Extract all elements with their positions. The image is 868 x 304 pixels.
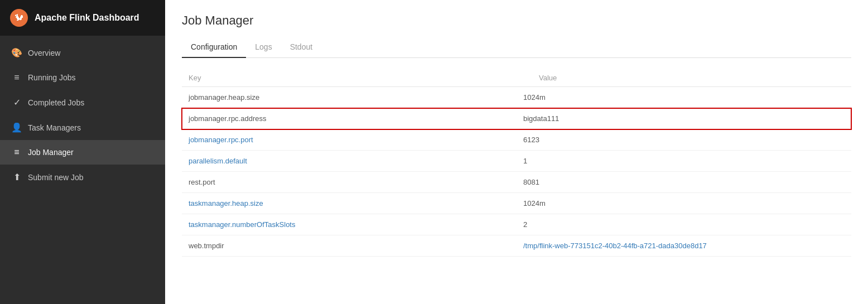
config-value: 1 xyxy=(517,151,851,172)
flink-logo: 🐿 xyxy=(9,8,29,28)
job-manager-icon: ≡ xyxy=(11,147,22,157)
sidebar-item-completed-jobs[interactable]: ✓Completed Jobs xyxy=(0,90,165,115)
config-key: taskmanager.numberOfTaskSlots xyxy=(182,214,517,235)
sidebar-item-label-running-jobs: Running Jobs xyxy=(28,73,76,82)
sidebar-item-overview[interactable]: 🎨Overview xyxy=(0,40,165,65)
sidebar-item-label-completed-jobs: Completed Jobs xyxy=(28,98,84,107)
table-row: taskmanager.heap.size1024m xyxy=(182,193,851,214)
col-value-header: Value xyxy=(517,69,851,87)
tab-configuration[interactable]: Configuration xyxy=(182,37,246,58)
app-title: Apache Flink Dashboard xyxy=(35,13,139,23)
sidebar-item-submit-job[interactable]: ⬆Submit new Job xyxy=(0,165,165,190)
table-row: jobmanager.rpc.port6123 xyxy=(182,129,851,151)
sidebar-item-label-overview: Overview xyxy=(28,49,60,57)
config-value: 1024m xyxy=(517,193,851,214)
tabs: ConfigurationLogsStdout xyxy=(182,37,851,58)
config-table: Key Value jobmanager.heap.size1024mjobma… xyxy=(182,69,851,257)
col-key-header: Key xyxy=(182,69,517,87)
table-row: web.tmpdir/tmp/flink-web-773151c2-40b2-4… xyxy=(182,235,851,257)
tab-logs[interactable]: Logs xyxy=(246,37,281,58)
table-row: rest.port8081 xyxy=(182,172,851,193)
svg-text:🐿: 🐿 xyxy=(15,13,23,22)
main-content: Job Manager ConfigurationLogsStdout Key … xyxy=(165,0,868,304)
config-key: web.tmpdir xyxy=(182,235,517,257)
sidebar-item-label-task-managers: Task Managers xyxy=(28,123,81,132)
task-managers-icon: 👤 xyxy=(11,122,22,133)
config-value: 6123 xyxy=(517,129,851,151)
config-key: jobmanager.rpc.address xyxy=(182,108,517,129)
tab-stdout[interactable]: Stdout xyxy=(281,37,321,58)
sidebar-item-task-managers[interactable]: 👤Task Managers xyxy=(0,115,165,140)
running-jobs-icon: ≡ xyxy=(11,73,22,83)
config-value: 8081 xyxy=(517,172,851,193)
table-row: jobmanager.rpc.addressbigdata111 xyxy=(182,108,851,129)
table-row: taskmanager.numberOfTaskSlots2 xyxy=(182,214,851,235)
sidebar-header: 🐿 Apache Flink Dashboard xyxy=(0,0,165,36)
completed-jobs-icon: ✓ xyxy=(11,97,22,108)
table-row: parallelism.default1 xyxy=(182,151,851,172)
overview-icon: 🎨 xyxy=(11,47,22,58)
config-value: 2 xyxy=(517,214,851,235)
config-key: rest.port xyxy=(182,172,517,193)
config-key: jobmanager.heap.size xyxy=(182,87,517,108)
submit-job-icon: ⬆ xyxy=(11,172,22,182)
sidebar-item-job-manager[interactable]: ≡Job Manager xyxy=(0,140,165,165)
config-key: parallelism.default xyxy=(182,151,517,172)
page-title: Job Manager xyxy=(182,13,851,28)
config-key: taskmanager.heap.size xyxy=(182,193,517,214)
sidebar-nav: 🎨Overview≡Running Jobs✓Completed Jobs👤Ta… xyxy=(0,36,165,304)
config-value: bigdata111 xyxy=(517,108,851,129)
sidebar-item-label-job-manager: Job Manager xyxy=(28,148,74,157)
sidebar: 🐿 Apache Flink Dashboard 🎨Overview≡Runni… xyxy=(0,0,165,304)
table-row: jobmanager.heap.size1024m xyxy=(182,87,851,108)
config-value: 1024m xyxy=(517,87,851,108)
config-value: /tmp/flink-web-773151c2-40b2-44fb-a721-d… xyxy=(517,235,851,257)
sidebar-item-running-jobs[interactable]: ≡Running Jobs xyxy=(0,65,165,90)
sidebar-item-label-submit-job: Submit new Job xyxy=(28,173,84,182)
config-key: jobmanager.rpc.port xyxy=(182,129,517,151)
